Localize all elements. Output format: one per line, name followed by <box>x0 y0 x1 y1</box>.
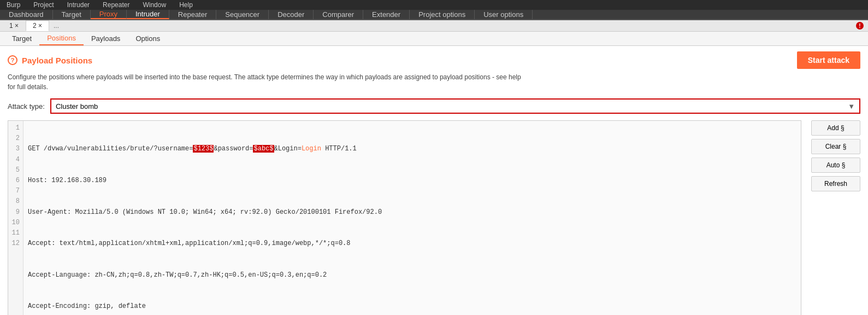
tab-comparer[interactable]: Comparer <box>314 10 363 19</box>
tab-project-options[interactable]: Project options <box>410 10 475 19</box>
attack-type-label: Attack type: <box>8 102 45 110</box>
menu-project[interactable]: Project <box>31 0 56 10</box>
refresh-button[interactable]: Refresh <box>811 176 860 191</box>
alert-icon: ! <box>859 23 860 29</box>
payload-marker-1: $123$ <box>193 145 214 153</box>
instance-tab-2[interactable]: 2 × <box>26 20 49 31</box>
request-editor[interactable]: 12345 678910 1112 GET /dvwa/vulnerabilit… <box>8 120 801 315</box>
editor-row: 12345 678910 1112 GET /dvwa/vulnerabilit… <box>8 120 860 315</box>
side-buttons: Add § Clear § Auto § Refresh <box>806 120 860 315</box>
menu-help[interactable]: Help <box>177 0 195 10</box>
auto-section-button[interactable]: Auto § <box>811 158 860 173</box>
attack-type-select-wrapper[interactable]: Sniper Battering ram Pitchfork Cluster b… <box>50 98 860 114</box>
intruder-instance-tabs: 1 × 2 × ... ! <box>0 20 868 32</box>
menu-bar: Burp Project Intruder Repeater Window He… <box>0 0 868 10</box>
intruder-tab-payloads[interactable]: Payloads <box>84 32 128 45</box>
start-attack-button[interactable]: Start attack <box>797 51 860 69</box>
menu-window[interactable]: Window <box>140 0 168 10</box>
intruder-tab-target[interactable]: Target <box>4 32 39 45</box>
payload-marker-2: $abc$ <box>253 145 274 153</box>
attack-type-row: Attack type: Sniper Battering ram Pitchf… <box>8 98 860 114</box>
tab-extender[interactable]: Extender <box>363 10 410 19</box>
menu-intruder[interactable]: Intruder <box>65 0 92 10</box>
main-tab-bar: Dashboard Target Proxy Intruder Repeater… <box>0 10 868 20</box>
instance-tab-more[interactable]: ... <box>49 21 63 31</box>
app-window: Burp Project Intruder Repeater Window He… <box>0 0 868 315</box>
menu-repeater[interactable]: Repeater <box>101 0 132 10</box>
login-highlight: Login <box>302 145 321 153</box>
menu-burp[interactable]: Burp <box>4 0 22 10</box>
line-numbers: 12345 678910 1112 <box>8 121 23 315</box>
section-title: Payload Positions <box>22 56 92 65</box>
tab-target[interactable]: Target <box>53 10 91 19</box>
section-description: Configure the positions where payloads w… <box>8 72 860 92</box>
intruder-tab-options[interactable]: Options <box>128 32 168 45</box>
tab-user-options[interactable]: User options <box>475 10 533 19</box>
intruder-tab-positions[interactable]: Positions <box>39 32 84 45</box>
intruder-section-tabs: Target Positions Payloads Options <box>0 32 868 46</box>
code-content[interactable]: GET /dvwa/vulnerabilities/brute/?usernam… <box>23 121 801 315</box>
attack-type-select[interactable]: Sniper Battering ram Pitchfork Cluster b… <box>51 100 859 113</box>
add-section-button[interactable]: Add § <box>811 120 860 136</box>
tab-intruder[interactable]: Intruder <box>127 10 169 19</box>
help-icon[interactable]: ? <box>8 55 17 65</box>
tab-dashboard[interactable]: Dashboard <box>0 10 53 19</box>
instance-tab-1[interactable]: 1 × <box>2 20 26 31</box>
tab-decoder[interactable]: Decoder <box>269 10 314 19</box>
tab-sequencer[interactable]: Sequencer <box>216 10 269 19</box>
content-area: ? Payload Positions Start attack Configu… <box>0 46 868 315</box>
tab-proxy[interactable]: Proxy <box>91 10 127 19</box>
clear-section-button[interactable]: Clear § <box>811 139 860 154</box>
tab-repeater[interactable]: Repeater <box>169 10 216 19</box>
